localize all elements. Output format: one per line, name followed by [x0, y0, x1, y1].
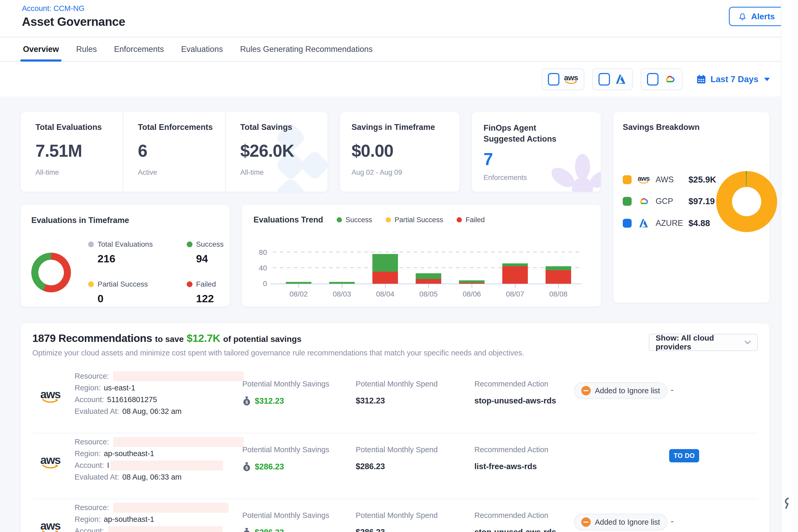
stat-total-enforcements: Total Enforcements 6 Active: [123, 112, 225, 192]
action-label: Recommended Action: [474, 445, 548, 454]
recommendations-list: aws Resource: Region:us-east-1 Account:5…: [32, 368, 758, 532]
red-dot-icon: [457, 217, 462, 223]
stat-title: Savings in Timeframe: [352, 122, 459, 132]
recommendation-row[interactable]: aws Resource: Region:ap-southeast-1 Acco…: [32, 433, 758, 499]
evaluations-timeframe-title: Evaluations in Timeframe: [31, 216, 219, 225]
legend-label: Failed: [466, 216, 485, 224]
x-label-08/06: 08/06: [450, 284, 493, 298]
spend-label: Potential Monthly Spend: [356, 445, 438, 454]
aws-icon: aws: [40, 390, 61, 403]
action-value: list-free-aws-rds: [474, 462, 548, 471]
headline-tail: of potential savings: [223, 334, 302, 344]
stat-title: Total Savings: [240, 122, 327, 132]
alerts-button[interactable]: Alerts: [729, 7, 783, 26]
stat-value: 7: [483, 149, 571, 169]
provider-filter-gcp[interactable]: [641, 68, 682, 90]
azure-icon: [615, 74, 627, 85]
recommended-action: Recommended Action list-free-aws-rds: [474, 445, 548, 471]
resource-label: Resource:: [75, 438, 109, 446]
scrollbar-gutter[interactable]: [781, 0, 798, 532]
stat-caption: All-time: [36, 169, 123, 176]
bar-08/05[interactable]: [407, 249, 450, 284]
status-dash: -: [671, 385, 673, 395]
stat-value: 7.51M: [36, 141, 123, 160]
evaluations-in-timeframe-card: Evaluations in Timeframe Total Evaluatio…: [21, 205, 229, 306]
trend-legend-success: Success: [337, 216, 372, 224]
region-value: ap-southeast-1: [104, 515, 154, 524]
azure-checkbox[interactable]: [598, 73, 610, 86]
tab-enforcements[interactable]: Enforcements: [113, 38, 165, 61]
status-pill[interactable]: Added to Ignore list: [574, 382, 667, 399]
potential-savings-amount: $12.7K: [187, 332, 220, 344]
provider-filter-azure[interactable]: [592, 68, 633, 90]
bar-segment-success: [286, 282, 311, 284]
tab-rules-generating-recommendations[interactable]: Rules Generating Recommendations: [239, 38, 374, 61]
provider-filter-aws[interactable]: aws: [542, 68, 584, 90]
redacted-resource: [113, 372, 244, 381]
stat-value: $0.00: [352, 141, 459, 160]
aws-swatch: [623, 175, 632, 184]
legend-success: Success 94: [187, 240, 224, 265]
aws-icon: aws: [564, 75, 578, 84]
evaluated-at-label: Evaluated At:: [75, 407, 119, 416]
evaluations-donut-chart[interactable]: [31, 253, 71, 292]
bar-08/08[interactable]: [537, 249, 580, 284]
money-bag-icon: $: [242, 462, 251, 472]
recommendation-row[interactable]: aws Resource: Region:ap-southeast-1 Acco…: [32, 499, 758, 532]
stat-caption: Active: [138, 169, 225, 176]
gcp-checkbox[interactable]: [647, 73, 659, 86]
money-bag-icon: $: [242, 396, 251, 406]
action-label: Recommended Action: [474, 511, 556, 520]
tab-overview[interactable]: Overview: [22, 38, 60, 61]
bar-08/02[interactable]: [277, 249, 320, 284]
account-link[interactable]: Account: CCM-NG: [22, 4, 84, 13]
legend-label: Total Evaluations: [97, 240, 153, 249]
action-value: stop-unused-aws-rds: [474, 396, 556, 405]
aws-icon: aws: [40, 521, 61, 532]
bar-08/06[interactable]: [450, 249, 493, 284]
savings-breakdown-card: Savings Breakdown aws AWS $25.9K: [613, 112, 769, 303]
bar-08/04[interactable]: [363, 249, 407, 284]
resource-label: Resource:: [75, 372, 109, 380]
legend-value: 94: [196, 253, 224, 265]
status-pill[interactable]: Added to Ignore list: [574, 514, 667, 530]
tab-rules[interactable]: Rules: [75, 38, 98, 61]
evaluated-at-value: 08 Aug, 06:33 am: [122, 473, 182, 481]
azure-icon: [637, 218, 650, 228]
bar-segment-failed: [416, 279, 441, 284]
tab-evaluations[interactable]: Evaluations: [180, 38, 224, 61]
bar-segment-success: [502, 263, 528, 266]
caret-down-icon: [764, 78, 770, 81]
account-label: Account:: [75, 461, 104, 470]
azure-swatch: [623, 219, 632, 228]
bell-icon: [738, 12, 747, 21]
resource-details: Resource: Region:ap-southeast-1 Account:…: [75, 502, 228, 532]
resource-details: Resource: Region:ap-southeast-1 Account:…: [75, 436, 244, 483]
date-range-picker[interactable]: Last 7 Days: [696, 74, 770, 84]
trend-plot[interactable]: [273, 249, 589, 284]
region-value: ap-southeast-1: [104, 449, 154, 458]
trend-x-labels: 08/0208/0308/0408/0508/0608/0708/08: [277, 284, 589, 298]
calendar-icon: [696, 74, 706, 84]
potential-monthly-spend: Potential Monthly Spend $312.23: [356, 380, 438, 405]
spend-value: $286.23: [356, 528, 438, 532]
recommendation-row[interactable]: aws Resource: Region:us-east-1 Account:5…: [32, 368, 758, 433]
redacted-account: [110, 460, 223, 471]
bar-08/07[interactable]: [493, 249, 537, 284]
stat-total-evaluations: Total Evaluations 7.51M All-time: [21, 112, 123, 192]
legend-item-aws: aws AWS $25.9K: [623, 175, 716, 185]
savings-breakdown-donut-chart[interactable]: [716, 171, 777, 232]
gcp-swatch: [623, 197, 632, 206]
recommendations-subtitle: Optimize your cloud assets and minimize …: [32, 349, 758, 357]
aws-checkbox[interactable]: [548, 73, 559, 86]
bar-08/03[interactable]: [320, 249, 363, 284]
action-value: stop-unused-aws-rds: [474, 528, 556, 532]
legend-failed: Failed 122: [187, 280, 224, 305]
bar-segment-failed: [373, 272, 398, 284]
savings-breakdown-legend: aws AWS $25.9K: [623, 175, 716, 228]
alerts-button-label: Alerts: [751, 12, 775, 21]
cloud-provider-filter-dropdown[interactable]: Show: All cloud providers: [649, 334, 758, 351]
potential-monthly-savings: Potential Monthly Savings $ $286.23: [242, 511, 329, 532]
stat-value: 6: [138, 141, 225, 160]
evaluated-at-label: Evaluated At:: [75, 473, 119, 481]
